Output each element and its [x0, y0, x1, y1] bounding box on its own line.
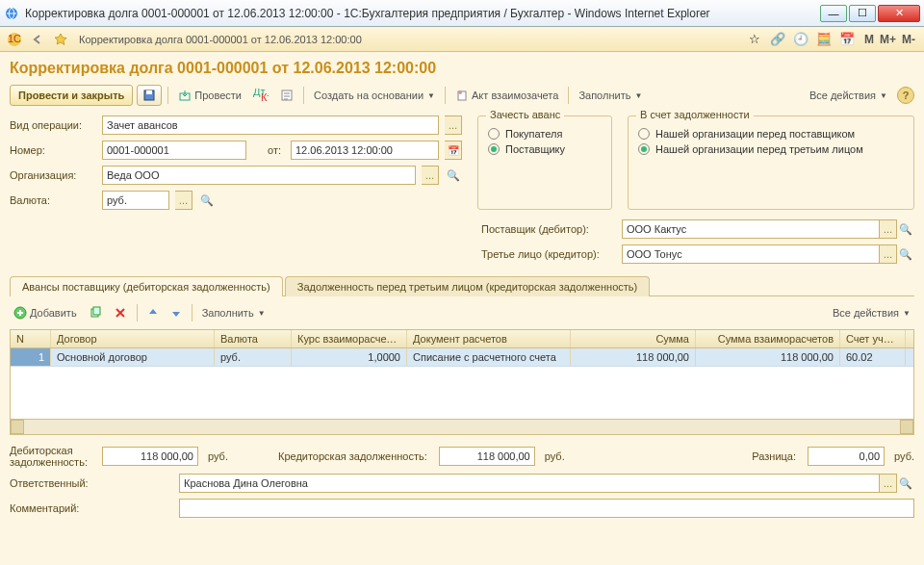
window-titlebar: Корректировка долга 0001-000001 от 12.06… [0, 0, 924, 27]
star2-icon[interactable]: ☆ [746, 31, 763, 48]
op-type-picker[interactable]: … [445, 116, 462, 135]
help-icon[interactable]: ? [897, 87, 914, 104]
supplier-search-icon[interactable]: 🔍 [897, 219, 914, 239]
advance-opt-buyer[interactable]: Покупателя [488, 128, 602, 140]
delete-row-button[interactable] [110, 302, 131, 323]
td-sum-settl: 118 000,00 [696, 348, 840, 366]
td-currency: руб. [215, 348, 292, 366]
tab-debt-third[interactable]: Задолженность перед третьим лицом (креди… [285, 276, 650, 296]
supplier-input[interactable]: ООО Кактус [622, 219, 880, 239]
copy-row-button[interactable] [85, 302, 106, 323]
diff-input[interactable]: 0,00 [808, 447, 885, 466]
currency-input[interactable]: руб. [102, 191, 169, 210]
footer: Дебиторская задолженность: 118 000,00 ру… [10, 445, 914, 518]
command-bar: Провести и закрыть Провести ДтКт Создать… [10, 85, 914, 106]
org-picker[interactable]: … [422, 166, 439, 185]
advance-opt-supplier[interactable]: Поставщику [488, 143, 602, 155]
number-input[interactable]: 0001-000001 [102, 141, 246, 160]
third-party-label: Третье лицо (кредитор): [481, 248, 616, 260]
table-row[interactable]: 1 Основной договор руб. 1,0000 Списание … [11, 348, 913, 367]
dt-kt-button[interactable]: ДтКт [249, 85, 272, 106]
third-party-input[interactable]: ООО Тонус [622, 244, 880, 264]
supplier-picker[interactable]: … [880, 219, 897, 239]
add-row-button[interactable]: Добавить [10, 302, 81, 323]
tab-advances[interactable]: Авансы поставщику (дебиторская задолженн… [10, 276, 283, 296]
zoom-m[interactable]: M [861, 33, 877, 46]
back-icon[interactable] [29, 31, 46, 48]
deb-unit: руб. [208, 450, 228, 462]
th-contract[interactable]: Договор [51, 330, 215, 347]
currency-picker[interactable]: … [175, 191, 192, 210]
td-doc: Списание с расчетного счета [407, 348, 571, 366]
report-button[interactable] [276, 85, 297, 106]
zoom-mminus[interactable]: M- [899, 33, 918, 46]
advance-group: Зачесть аванс Покупателя Поставщику [477, 116, 612, 210]
save-button[interactable] [137, 85, 162, 106]
svg-rect-13 [93, 307, 100, 315]
table-all-actions-button[interactable]: Все действия▼ [829, 302, 914, 323]
resp-search-icon[interactable]: 🔍 [897, 474, 914, 493]
advance-legend: Зачесть аванс [486, 109, 564, 120]
comment-input[interactable] [179, 499, 914, 518]
th-sum[interactable]: Сумма [571, 330, 696, 347]
td-rate: 1,0000 [292, 348, 407, 366]
zoom-controls: MM+M- [861, 33, 918, 46]
zoom-mplus[interactable]: M+ [877, 33, 899, 46]
cred-input[interactable]: 118 000,00 [439, 447, 535, 466]
th-currency[interactable]: Валюта [215, 330, 292, 347]
calendar-icon[interactable]: 📅 [838, 31, 856, 48]
minimize-button[interactable]: — [820, 5, 847, 22]
table-fill-button[interactable]: Заполнить▼ [198, 302, 270, 323]
create-based-button[interactable]: Создать на основании▼ [310, 85, 439, 106]
document-title: Корректировка долга 0001-000001 от 12.06… [10, 60, 914, 77]
horizontal-scrollbar[interactable] [11, 419, 913, 434]
debt-opt-supplier[interactable]: Нашей организации перед поставщиком [638, 128, 904, 140]
th-account[interactable]: Счет учета [840, 330, 906, 347]
th-rate[interactable]: Курс взаиморасчетов [292, 330, 407, 347]
op-type-label: Вид операции: [10, 119, 96, 131]
cred-label: Кредиторская задолженность: [278, 450, 427, 462]
svg-text:1C: 1C [8, 33, 21, 44]
td-account: 60.02 [840, 348, 906, 366]
org-search-icon[interactable]: 🔍 [445, 166, 462, 185]
move-down-button[interactable] [167, 302, 186, 323]
post-and-close-button[interactable]: Провести и закрыть [10, 85, 133, 106]
third-party-search-icon[interactable]: 🔍 [897, 244, 914, 264]
debt-legend: В счет задолженности [636, 109, 754, 120]
org-label: Организация: [10, 169, 96, 181]
table-empty-area[interactable] [11, 367, 913, 419]
org-input[interactable]: Веда ООО [102, 166, 416, 185]
resp-picker[interactable]: … [880, 474, 897, 493]
calc-icon[interactable]: 🧮 [815, 31, 833, 48]
move-up-button[interactable] [143, 302, 163, 323]
close-button[interactable]: ✕ [878, 5, 920, 22]
td-contract: Основной договор [51, 348, 215, 366]
svg-point-10 [458, 90, 462, 94]
app-logo-icon: 1C [6, 31, 23, 48]
favorite-icon[interactable] [52, 31, 69, 48]
th-doc[interactable]: Документ расчетов [407, 330, 571, 347]
th-n[interactable]: N [11, 330, 51, 347]
date-picker[interactable]: 📅 [445, 141, 462, 160]
resp-input[interactable]: Краснова Дина Олеговна [179, 474, 880, 493]
svg-rect-4 [146, 90, 152, 94]
table: N Договор Валюта Курс взаиморасчетов Док… [10, 329, 914, 435]
cred-unit: руб. [545, 450, 565, 462]
date-input[interactable]: 12.06.2013 12:00:00 [291, 141, 439, 160]
third-party-picker[interactable]: … [880, 244, 897, 264]
currency-search-icon[interactable]: 🔍 [198, 191, 216, 210]
maximize-button[interactable]: ☐ [849, 5, 876, 22]
th-sum-settl[interactable]: Сумма взаиморасчетов [696, 330, 840, 347]
offset-act-button[interactable]: Акт взаимозачета [451, 85, 562, 106]
debt-opt-third[interactable]: Нашей организации перед третьим лицом [638, 143, 904, 155]
deb-input[interactable]: 118 000,00 [102, 447, 198, 466]
post-button[interactable]: Провести [174, 85, 245, 106]
all-actions-button[interactable]: Все действия▼ [806, 85, 891, 106]
supplier-label: Поставщик (дебитор): [481, 223, 616, 235]
op-type-input[interactable]: Зачет авансов [102, 116, 439, 135]
counterparty-rows: Поставщик (дебитор): ООО Кактус…🔍 Третье… [10, 219, 914, 264]
fill-button[interactable]: Заполнить▼ [575, 85, 646, 106]
comment-label: Комментарий: [10, 502, 173, 514]
link-icon[interactable]: 🔗 [769, 31, 786, 48]
history-icon[interactable]: 🕘 [792, 31, 809, 48]
